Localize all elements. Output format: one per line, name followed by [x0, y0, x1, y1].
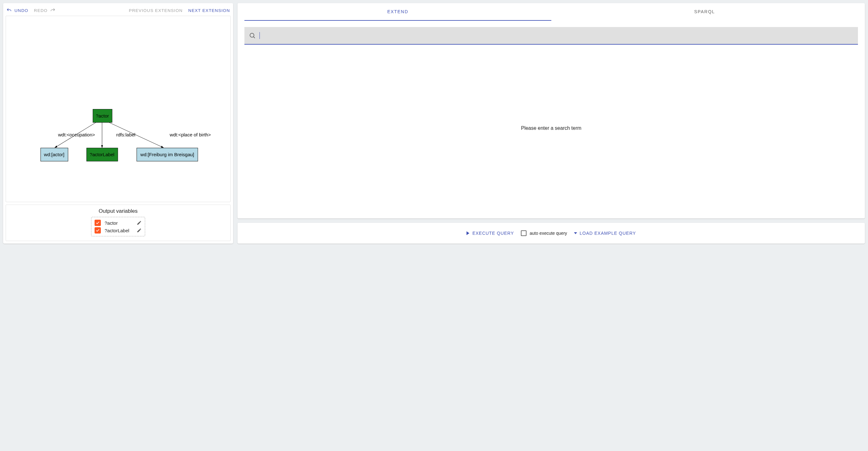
var-label: ?actor [104, 220, 133, 226]
var-label: ?actorLabel [104, 228, 133, 233]
tab-sparql-label: SPARQL [694, 9, 715, 14]
dropdown-icon [574, 232, 577, 234]
query-builder-panel: UNDO REDO PREVIOUS EXTENSION NEXT EXTENS… [3, 3, 233, 244]
undo-icon [6, 7, 12, 13]
output-vars-list: ?actor ?actorLabel [91, 217, 145, 236]
search-field[interactable] [244, 27, 858, 44]
redo-button[interactable]: REDO [34, 7, 56, 13]
auto-execute-toggle[interactable]: auto execute query [521, 230, 567, 236]
redo-label: REDO [34, 8, 48, 13]
node-label: ?actor [96, 113, 109, 119]
node-label: wd:[actor] [44, 152, 64, 157]
execute-query-button[interactable]: EXECUTE QUERY [466, 231, 514, 236]
next-ext-label: NEXT EXTENSION [188, 8, 230, 13]
tab-sparql[interactable]: SPARQL [551, 3, 858, 21]
node-label: ?actorLabel [90, 152, 115, 157]
builder-toolbar: UNDO REDO PREVIOUS EXTENSION NEXT EXTENS… [6, 6, 230, 15]
text-cursor [259, 32, 260, 39]
load-example-label: LOAD EXAMPLE QUERY [580, 231, 636, 236]
tab-bar: EXTEND SPARQL [244, 3, 858, 21]
graph-canvas[interactable]: wdt:<occupation> rdfs:label wdt:<place o… [6, 16, 230, 202]
load-example-button[interactable]: LOAD EXAMPLE QUERY [574, 231, 636, 236]
execute-label: EXECUTE QUERY [472, 231, 514, 236]
edge-label: wdt:<occupation> [58, 132, 95, 137]
play-icon [466, 231, 469, 235]
extend-panel: EXTEND SPARQL Please enter a search term [238, 3, 865, 218]
previous-extension-button[interactable]: PREVIOUS EXTENSION [129, 8, 183, 13]
edge-label: wdt:<place of birth> [169, 132, 211, 137]
node-label: wd:[Freiburg im Breisgau] [140, 152, 194, 157]
svg-point-0 [250, 33, 254, 37]
edit-var-icon[interactable] [137, 220, 142, 226]
undo-button[interactable]: UNDO [6, 7, 28, 13]
var-checkbox[interactable] [95, 220, 101, 226]
output-title: Output variables [99, 208, 137, 214]
output-var-row: ?actor [95, 219, 142, 227]
auto-exec-label: auto execute query [530, 231, 567, 236]
search-placeholder-message: Please enter a search term [244, 44, 858, 212]
edge-label: rdfs:label [116, 132, 135, 137]
tab-extend[interactable]: EXTEND [244, 3, 551, 21]
action-bar: EXECUTE QUERY auto execute query LOAD EX… [238, 223, 865, 244]
edit-var-icon[interactable] [137, 228, 142, 233]
redo-icon [50, 7, 56, 13]
checkbox-icon [521, 230, 527, 236]
output-variables-panel: Output variables ?actor ?actorLabel [6, 205, 230, 241]
prev-ext-label: PREVIOUS EXTENSION [129, 8, 183, 13]
next-extension-button[interactable]: NEXT EXTENSION [188, 8, 230, 13]
var-checkbox[interactable] [95, 227, 101, 234]
svg-line-1 [253, 37, 255, 38]
output-var-row: ?actorLabel [95, 227, 142, 234]
undo-label: UNDO [14, 8, 28, 13]
tab-extend-label: EXTEND [388, 9, 408, 14]
